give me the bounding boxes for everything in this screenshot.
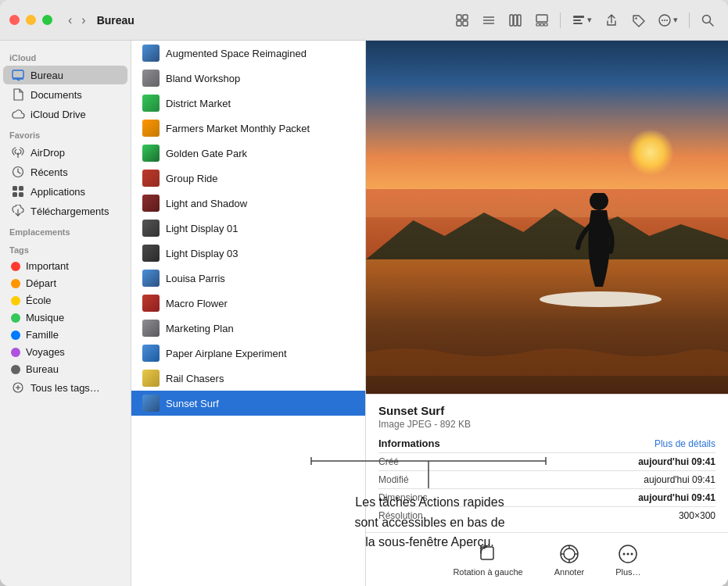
- sidebar-item-depart[interactable]: Départ: [3, 275, 127, 291]
- sidebar-item-airdrop[interactable]: AirDrop: [3, 143, 127, 162]
- svg-point-52: [631, 553, 633, 556]
- file-item-district[interactable]: District Market: [131, 91, 365, 116]
- file-item-light-shadow[interactable]: Light and Shadow: [131, 191, 365, 216]
- created-value: aujourd'hui 09:41: [638, 456, 715, 467]
- file-icon-marketing: [142, 320, 160, 337]
- more-label: Plus…: [615, 567, 640, 577]
- search-button[interactable]: [697, 11, 719, 30]
- tag-button[interactable]: [627, 11, 649, 30]
- resolution-value: 300×300: [679, 510, 715, 521]
- file-item-louisa[interactable]: Louisa Parris: [131, 266, 365, 291]
- file-item-rail[interactable]: Rail Chasers: [131, 366, 365, 391]
- file-item-group-ride[interactable]: Group Ride: [131, 166, 365, 191]
- svg-rect-13: [544, 23, 547, 26]
- file-icon-district: [142, 95, 160, 112]
- file-item-light-03[interactable]: Light Display 03: [131, 241, 365, 266]
- svg-line-31: [18, 172, 20, 173]
- annotate-label: Annoter: [554, 567, 585, 577]
- svg-point-21: [666, 20, 668, 21]
- sidebar: iCloud Bureau Docu: [0, 41, 131, 586]
- file-item-augmented[interactable]: Augmented Space Reimagined: [131, 41, 365, 66]
- voyages-dot: [11, 348, 20, 357]
- maximize-button[interactable]: [42, 15, 52, 25]
- sidebar-item-recents[interactable]: Récents: [3, 163, 127, 181]
- preview-info: Sunset Surf Image JPEG - 892 KB Informat…: [366, 394, 728, 532]
- sidebar-item-telechargements[interactable]: Téléchargements: [3, 202, 127, 220]
- important-dot: [11, 262, 20, 271]
- file-icon-macro: [142, 295, 160, 312]
- bureau-label: Bureau: [30, 70, 63, 81]
- sidebar-item-documents[interactable]: Documents: [3, 85, 127, 104]
- svg-point-27: [17, 153, 20, 155]
- telechargements-label: Téléchargements: [30, 205, 109, 217]
- file-icon-augmented: [142, 45, 160, 62]
- file-item-paper[interactable]: Paper Airplane Experiment: [131, 341, 365, 366]
- svg-rect-10: [536, 15, 547, 22]
- file-item-farmers[interactable]: Farmers Market Monthly Packet: [131, 116, 365, 141]
- info-section-header: Informations Plus de détails: [378, 438, 715, 449]
- sidebar-item-voyages[interactable]: Voyages: [3, 344, 127, 360]
- sidebar-item-applications[interactable]: Applications: [3, 182, 127, 201]
- svg-rect-34: [13, 192, 17, 197]
- forward-button[interactable]: ›: [78, 12, 88, 29]
- group-button[interactable]: ▾: [568, 11, 596, 30]
- file-item-macro[interactable]: Macro Flower: [131, 291, 365, 316]
- sidebar-item-bureau[interactable]: Bureau: [3, 66, 127, 84]
- file-item-bland[interactable]: Bland Workshop: [131, 66, 365, 91]
- share-button[interactable]: [601, 11, 622, 30]
- view-column-button[interactable]: [504, 11, 526, 30]
- file-item-sunset[interactable]: Sunset Surf: [131, 391, 365, 416]
- view-grid-button[interactable]: [451, 11, 473, 30]
- actions-button[interactable]: ▾: [654, 11, 682, 30]
- svg-rect-8: [514, 15, 517, 26]
- sidebar-item-musique[interactable]: Musique: [3, 309, 127, 326]
- view-list-button[interactable]: [478, 11, 500, 30]
- sidebar-item-ecole[interactable]: École: [3, 292, 127, 309]
- svg-point-20: [664, 20, 665, 21]
- minimize-button[interactable]: [26, 15, 36, 25]
- recents-icon: [11, 165, 25, 179]
- sidebar-item-famille[interactable]: Famille: [3, 327, 127, 343]
- sidebar-item-icloud-drive[interactable]: iCloud Drive: [3, 105, 127, 123]
- sidebar-item-important[interactable]: Important: [3, 258, 127, 274]
- info-divider-2: [378, 470, 715, 471]
- svg-rect-16: [573, 23, 583, 24]
- file-item-light-01[interactable]: Light Display 01: [131, 216, 365, 241]
- emplacements-section-label: Emplacements: [0, 221, 131, 239]
- more-button[interactable]: Plus…: [615, 544, 640, 577]
- file-item-marketing[interactable]: Marketing Plan: [131, 316, 365, 341]
- documents-label: Documents: [30, 89, 82, 101]
- applications-label: Applications: [30, 186, 85, 198]
- tous-tags-icon: [11, 381, 25, 395]
- svg-rect-2: [457, 21, 461, 26]
- sidebar-item-bureau-tag[interactable]: Bureau: [3, 361, 127, 377]
- close-button[interactable]: [9, 15, 20, 25]
- svg-rect-24: [13, 70, 23, 78]
- svg-rect-7: [510, 15, 513, 26]
- svg-point-50: [623, 553, 626, 556]
- quick-actions-bar: Rotation à gauche Annoter: [366, 532, 728, 586]
- important-label: Important: [26, 260, 69, 272]
- rotate-left-button[interactable]: Rotation à gauche: [453, 544, 522, 577]
- info-row-resolution: Résolution 300×300: [378, 510, 715, 521]
- svg-rect-3: [463, 21, 468, 26]
- dimensions-value: aujourd'hui 09:41: [638, 492, 715, 503]
- file-icon-light-01: [142, 220, 160, 237]
- file-item-golden[interactable]: Golden Gate Park: [131, 141, 365, 166]
- annotate-button[interactable]: Annoter: [554, 544, 585, 577]
- back-button[interactable]: ‹: [65, 12, 75, 29]
- file-icon-bland: [142, 70, 160, 87]
- sun-glow: [627, 129, 674, 176]
- info-divider-4: [378, 506, 715, 507]
- info-row-dimensions: Dimensions aujourd'hui 09:41: [378, 492, 715, 503]
- view-gallery-button[interactable]: [531, 11, 553, 30]
- preview-image-area: [366, 41, 728, 394]
- preview-panel: Sunset Surf Image JPEG - 892 KB Informat…: [366, 41, 728, 586]
- svg-rect-35: [19, 192, 23, 197]
- toolbar-divider-1: [560, 13, 561, 28]
- svg-point-41: [540, 291, 662, 307]
- telechargements-icon: [11, 204, 25, 218]
- more-details-link[interactable]: Plus de détails: [654, 438, 715, 449]
- sidebar-item-tous-tags[interactable]: Tous les tags…: [3, 378, 127, 397]
- surf-mountains-svg: [366, 197, 728, 259]
